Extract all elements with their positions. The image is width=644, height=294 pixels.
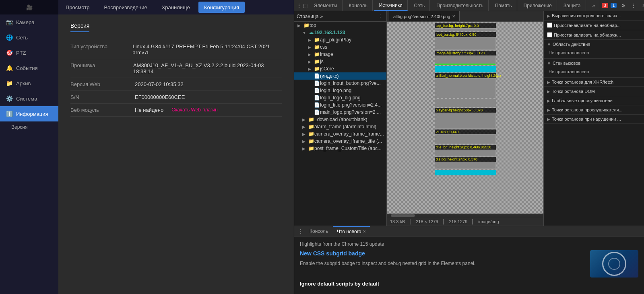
tree-label-main-logo: main_logo.png?version=2.... xyxy=(320,109,381,115)
right-section-exception-header[interactable]: ▶ Точки останова при нарушении ... xyxy=(544,115,644,123)
label-firmware: Прошивка xyxy=(70,62,133,74)
tree-item-main-logo[interactable]: 📄 main_logo.png?version=2.... xyxy=(294,109,386,116)
tree-label-download: _download (about:blank) xyxy=(314,117,367,122)
sidebar-item-network[interactable]: 🌐 Сеть xyxy=(0,30,58,45)
sidebar-item-info[interactable]: ℹ️ Информация xyxy=(0,106,58,121)
devtools-menu-icon[interactable]: ⋮ xyxy=(297,2,301,10)
preview-tab-close[interactable]: ✕ xyxy=(452,14,455,19)
devtools-close-icon[interactable]: ✕ xyxy=(640,2,644,10)
sidebar-item-system[interactable]: ⚙️ Система xyxy=(0,91,58,106)
right-section-global-header[interactable]: ▶ Глобальные прослушиватели xyxy=(544,96,644,105)
warning-badge: 1 xyxy=(611,3,617,8)
nav-view[interactable]: Просмотр xyxy=(58,0,97,14)
devtools-more-icon[interactable]: ⋮ xyxy=(630,2,638,10)
news-image xyxy=(590,250,638,278)
file-tree-menu-btn[interactable]: ⋮ xyxy=(376,13,384,20)
devtools-tab-security[interactable]: Защита xyxy=(559,0,586,11)
arrow-icon-callstack: ▼ xyxy=(547,61,551,66)
nav-storage[interactable]: Хранилище xyxy=(155,0,197,14)
news-desc-1: Enable the subgrid badge to inspect and … xyxy=(300,260,586,267)
arrow-icon-css: ▶ xyxy=(308,45,314,49)
pause-caught-checkbox[interactable] xyxy=(547,32,552,37)
tree-item-login-title[interactable]: 📄 login_title.png?version=2.4... xyxy=(294,101,386,109)
right-panel: ▶ Выражения контрольного знача... Приост… xyxy=(543,11,644,226)
archive-icon: 📁 xyxy=(6,80,13,87)
sidebar-item-events[interactable]: 🔔 События xyxy=(0,60,58,76)
right-section-expressions-header[interactable]: ▶ Выражения контрольного знача... xyxy=(544,11,644,20)
sprite-bar-7 xyxy=(435,150,496,156)
bottom-tab-console[interactable]: Консоль xyxy=(305,226,332,236)
sprite-item-3: image-hljustory: 5*30px; 0.120 xyxy=(435,51,496,65)
right-section-exception: ▶ Точки останова при нарушении ... xyxy=(544,115,644,124)
nav-config[interactable]: Конфигурация xyxy=(198,2,245,13)
bottom-menu-btn[interactable]: ⋮ xyxy=(297,227,305,235)
right-section-pause-caught-header[interactable]: Приостанавливать на обнаруж... xyxy=(544,30,644,39)
devtools-tab-console[interactable]: Консоль xyxy=(344,0,373,11)
news-item-1: New CSS subgrid badge Enable the subgrid… xyxy=(300,250,638,278)
tree-item-css[interactable]: ▶ 📁 css xyxy=(294,43,386,51)
devtools-dock-icon[interactable]: ⬚ xyxy=(303,2,308,10)
devtools-topbar: ⋮ ⬚ Элементы Консоль Источники Сеть Прои… xyxy=(294,0,644,11)
right-section-xhr-header[interactable]: ▶ Точки останова для XHR/fetch xyxy=(544,78,644,86)
info-row-sn: S/N EF00000000E60CEE xyxy=(70,91,282,104)
value-firmware: AM300J10_AF_V1-A_BU_XZ V3.2.2.2 build 20… xyxy=(133,62,282,74)
tree-item-login-logo[interactable]: 📄 login_logo.png xyxy=(294,87,386,94)
version-tab[interactable]: Версия xyxy=(70,23,89,32)
arrow-icon-jscore: ▶ xyxy=(308,67,314,71)
pause-uncaught-checkbox[interactable] xyxy=(547,23,552,28)
tree-item-login-logo-big[interactable]: 📄 login_logo_big.png xyxy=(294,94,386,101)
sidebar-sub-version[interactable]: Версия xyxy=(0,121,58,133)
status-separator-3: │ xyxy=(471,219,474,224)
tree-item-index[interactable]: 📄 (индекс) xyxy=(294,72,386,80)
devtools-tab-elements[interactable]: Элементы xyxy=(309,0,343,11)
tree-item-post-frame[interactable]: ▶ 📁 post_frame_CustomTitle (abc... xyxy=(294,145,386,152)
right-section-pause-uncaught-header[interactable]: Приостанавливать на необнар... xyxy=(544,21,644,30)
file-icon-index: 📄 xyxy=(314,73,320,79)
right-section-pause-caught: Приостанавливать на обнаруж... xyxy=(544,30,644,40)
tree-item-alarm[interactable]: ▶ 📁 alarm_frame (alarminfo.html) xyxy=(294,123,386,130)
tree-item-ip[interactable]: ▼ ☁ 192.168.1.123 xyxy=(294,29,386,36)
devtools-tab-performance[interactable]: Производительность xyxy=(431,0,488,11)
sidebar-item-ptz[interactable]: 🎯 PTZ xyxy=(0,45,58,60)
tree-item-download[interactable]: ▶ 📁 _download (about:blank) xyxy=(294,116,386,123)
tree-item-image[interactable]: ▶ 📁 image xyxy=(294,51,386,58)
right-section-event-listener-header[interactable]: ▶ Точки останова прослушивателя... xyxy=(544,105,644,114)
arrow-icon-api: ▶ xyxy=(308,38,314,42)
label-sn: S/N xyxy=(70,94,135,100)
devtools-tab-network[interactable]: Сеть xyxy=(409,0,430,11)
devtools-tab-more[interactable]: » xyxy=(588,0,601,11)
folder-icon-alarm: 📁 xyxy=(308,124,314,130)
right-section-callstack-header[interactable]: ▼ Стек вызовов xyxy=(544,59,644,68)
devtools-tab-application[interactable]: Приложение xyxy=(519,0,557,11)
right-section-global: ▶ Глобальные прослушиватели xyxy=(544,96,644,105)
download-plugin-link[interactable]: Скачать Web-плагин xyxy=(171,107,218,113)
bottom-tab-whatsnew[interactable]: Что нового ✕ xyxy=(333,226,370,236)
sidebar-item-archive[interactable]: 📁 Архив xyxy=(0,76,58,91)
tree-item-camera-overlay[interactable]: ▶ 📁 camera_overlay_iframe_frame... xyxy=(294,130,386,138)
network-icon: 🌐 xyxy=(6,34,13,41)
sidebar-item-camera[interactable]: 📷 Камера xyxy=(0,14,58,30)
tree-item-js[interactable]: ▶ 📁 js xyxy=(294,58,386,65)
tree-item-top[interactable]: ▶ 📁 top xyxy=(294,22,386,29)
right-section-dom-header[interactable]: ▶ Точки останова DOM xyxy=(544,87,644,96)
label-device-type: Тип устройства xyxy=(70,43,132,56)
preview-tab-allbg[interactable]: allbg.png?version=2.400.png ✕ xyxy=(389,11,460,21)
devtools-tab-memory[interactable]: Память xyxy=(490,0,517,11)
preview-tabs: allbg.png?version=2.400.png ✕ xyxy=(387,11,543,22)
tree-item-jscore[interactable]: ▶ 📁 jsCore xyxy=(294,65,386,72)
devtools-settings-icon[interactable]: ⚙ xyxy=(619,2,627,10)
bottom-tab-whatsnew-close[interactable]: ✕ xyxy=(363,229,366,234)
status-separator-1: │ xyxy=(409,219,412,224)
news-item-1-text: New CSS subgrid badge Enable the subgrid… xyxy=(300,250,586,269)
sprite-label-1: top_bar:bg, height:7px; 0,0 xyxy=(435,23,496,28)
devtools-tab-sources[interactable]: Источники xyxy=(374,0,408,11)
status-filesize: 13.3 kB xyxy=(390,219,405,224)
tree-item-login-btn[interactable]: 📄 login_input_button.png?ve... xyxy=(294,80,386,87)
arrow-icon-scope: ▼ xyxy=(547,42,551,47)
tree-item-camera-overlay-title[interactable]: ▶ 📁 camera_overlay_iframe_title (... xyxy=(294,138,386,145)
sprite-label-6: 210x30; 0,440 xyxy=(435,130,496,134)
tree-item-api[interactable]: ▶ 📁 api_pluginPlay xyxy=(294,36,386,43)
right-section-scope-header[interactable]: ▼ Область действия xyxy=(544,40,644,49)
nav-playback[interactable]: Воспроизведение xyxy=(97,0,154,14)
tree-label-login-logo: login_logo.png xyxy=(320,88,351,93)
